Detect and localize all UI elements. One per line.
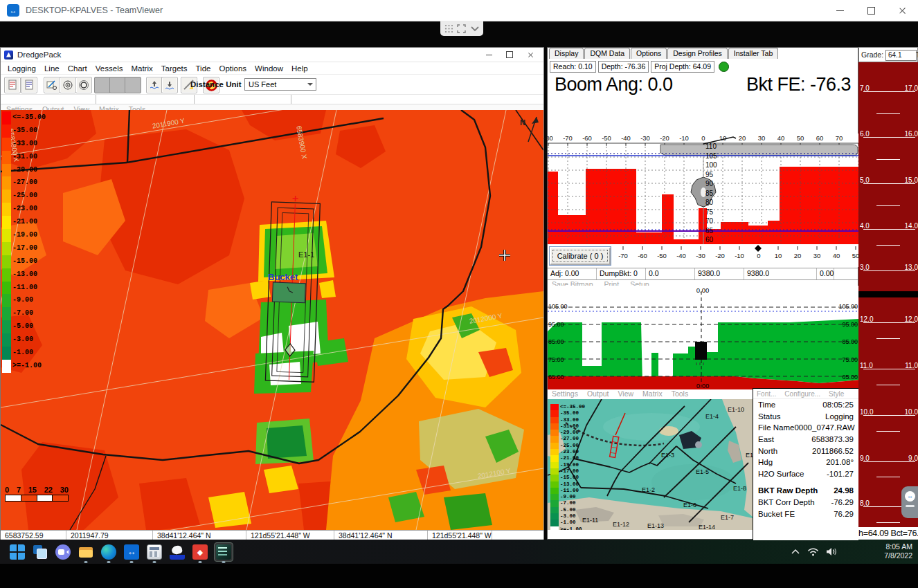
data-row: H2O Surface-101.27 <box>753 468 858 480</box>
profile-status-row: Adj: 0.00DumpBkt: 00.09380.09380.00.00 <box>548 268 858 280</box>
menu-item[interactable]: Chart <box>64 64 91 73</box>
edge-icon <box>101 544 116 560</box>
tab[interactable]: Installer Tab <box>728 48 778 59</box>
teamviewer-button[interactable]: ↔ <box>123 543 141 561</box>
menu-item[interactable]: Font... <box>757 390 776 398</box>
dredgepack-window: DredgePack LoggingLineChartVesselsMatrix… <box>0 47 544 540</box>
gauge-tick: 10.010.0 <box>858 408 918 418</box>
scale-tick: 0 <box>5 486 9 494</box>
teamviewer-icon: ↔ <box>124 544 139 560</box>
teamviewer-side-badge[interactable]: ↔ <box>901 486 918 518</box>
scale-tick: 22 <box>44 486 53 494</box>
menu-item[interactable]: Window <box>251 64 287 73</box>
menu-item[interactable]: Tools <box>672 389 689 398</box>
grade-input[interactable]: 64.1 <box>885 50 917 61</box>
survey-map[interactable]: <=-35.00-35.00-33.00-31.00-29.00-27.00-2… <box>548 399 753 530</box>
legend-swatch <box>550 500 559 506</box>
legend-entry: -3.00 <box>550 513 585 520</box>
menu-item[interactable]: Options <box>215 64 251 73</box>
elevation-label: 110 <box>705 143 717 151</box>
legend-entry: -13.00 <box>2 268 46 282</box>
file-explorer-button[interactable] <box>77 543 95 561</box>
menu-item[interactable]: Matrix <box>642 389 663 398</box>
survey-area-label: E1-6 <box>683 502 696 508</box>
data-row: Hdg201.08° <box>753 457 858 468</box>
minimize-button[interactable] <box>478 48 499 62</box>
bucket-fe-readout: Bkt FE: -76.3 <box>746 74 851 95</box>
legend-swatch <box>550 443 559 449</box>
tide-down-button[interactable] <box>161 77 178 93</box>
expand-icon[interactable] <box>457 24 466 33</box>
legend-swatch <box>550 423 559 430</box>
legend-entry: <=-35.00 <box>550 404 585 410</box>
wifi-icon[interactable] <box>807 547 819 556</box>
legend-swatch <box>2 347 11 360</box>
profile-top-axis: -80-70-60-50-40-30-20-10010203040506070 <box>539 134 849 142</box>
taskbar-clock[interactable]: 8:05 AM 7/8/2022 <box>884 542 912 560</box>
data-row: StatusLogging <box>753 411 858 423</box>
close-button[interactable] <box>887 0 918 21</box>
target-circle-button[interactable] <box>75 77 92 93</box>
tab[interactable]: Design Profiles <box>667 48 728 59</box>
axis-tick-label: 70 <box>829 134 849 142</box>
chevron-up-icon[interactable] <box>791 549 800 555</box>
maximize-button[interactable] <box>499 48 520 62</box>
close-button[interactable] <box>520 48 541 62</box>
hypack-shell-button[interactable] <box>145 543 163 561</box>
menu-item[interactable]: Output <box>587 389 609 398</box>
legend-entry: -15.00 <box>550 475 585 481</box>
edge-button[interactable] <box>100 543 118 561</box>
menu-item[interactable]: Line <box>40 64 64 73</box>
maximize-button[interactable] <box>856 0 887 21</box>
logging-start-button[interactable] <box>4 77 21 93</box>
start-button[interactable] <box>8 543 26 561</box>
legend-swatch <box>550 475 559 481</box>
data-row: East6583873.39 <box>753 434 858 445</box>
menu-item[interactable]: Settings <box>552 389 578 398</box>
legend-swatch <box>2 216 11 229</box>
dredgepack-launcher-button[interactable]: ◆ <box>191 543 209 561</box>
legend-swatch <box>2 151 11 164</box>
legend-swatch <box>550 430 559 436</box>
menu-item[interactable]: Logging <box>3 64 40 73</box>
logging-end-button[interactable] <box>21 77 37 93</box>
map-scale-bar: 07152230 <box>5 486 69 502</box>
tide-up-button[interactable] <box>146 77 163 93</box>
menu-item[interactable]: Tide <box>191 64 215 73</box>
chat-button[interactable] <box>54 543 72 561</box>
axis-tick-label: -10 <box>674 134 694 142</box>
speaker-icon[interactable] <box>826 547 838 556</box>
hypack-button[interactable] <box>168 543 186 561</box>
cut-area-label: E1-1 <box>298 250 314 259</box>
menu-item[interactable]: Help <box>287 64 312 73</box>
main-map[interactable]: <=-35.00-35.00-33.00-31.00-29.00-27.00-2… <box>1 110 543 530</box>
center-axis-label: 0.00 <box>690 382 715 389</box>
windows-logo-icon <box>10 544 25 560</box>
legend-entry: -35.00 <box>550 410 585 416</box>
minimize-button[interactable] <box>825 0 856 21</box>
axis-tick-label: 40 <box>771 134 791 142</box>
menu-item[interactable]: Configure... <box>784 390 820 398</box>
legend-entry: -17.00 <box>550 468 585 475</box>
legend-entry: -23.00 <box>550 449 585 455</box>
tab[interactable]: Display <box>549 48 584 59</box>
dredgepack-active-button[interactable] <box>214 542 233 562</box>
tab[interactable]: DQM Data <box>584 48 630 59</box>
distance-unit-select[interactable]: US Feet <box>244 78 316 91</box>
matrix-edit-button[interactable] <box>44 77 60 93</box>
axis-tick-label: -70 <box>558 134 577 142</box>
calibrate-button[interactable]: Calibrate ( 0 ) <box>550 247 611 265</box>
menu-item[interactable]: Matrix <box>127 64 156 73</box>
task-view-button[interactable] <box>31 543 49 561</box>
chevron-down-icon[interactable] <box>470 26 480 32</box>
menu-item[interactable]: Vessels <box>91 64 127 73</box>
teamviewer-session-toolbar[interactable] <box>440 21 483 36</box>
menu-item[interactable]: View <box>618 389 633 398</box>
disabled-button-2 <box>109 77 126 93</box>
legend-entry: -31.00 <box>550 423 585 430</box>
target-button[interactable] <box>60 77 76 93</box>
menu-item[interactable]: Targets <box>157 64 192 73</box>
menu-item[interactable]: Style <box>829 390 844 398</box>
legend-entry: -19.00 <box>550 462 585 468</box>
tab[interactable]: Options <box>631 48 667 59</box>
